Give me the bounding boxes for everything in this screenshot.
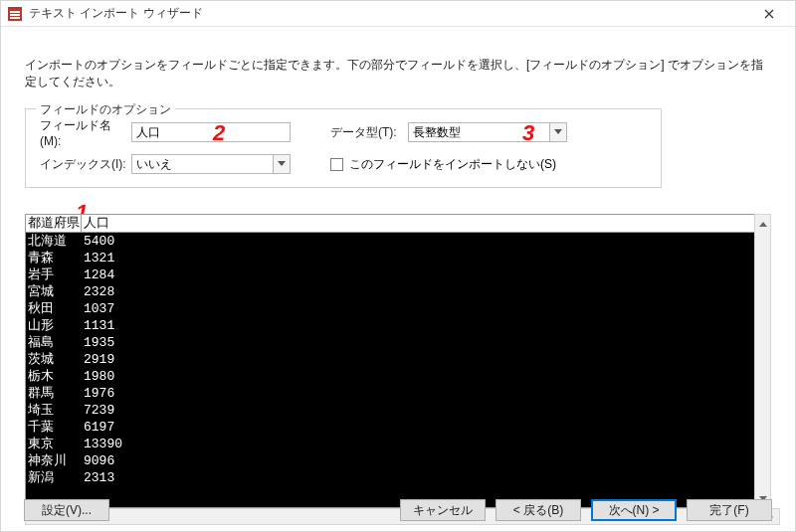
index-combo[interactable]: いいえ bbox=[131, 154, 291, 174]
table-row[interactable]: 北海道5400 bbox=[26, 233, 761, 250]
table-row[interactable]: 山形1131 bbox=[26, 317, 761, 334]
cell-pref: 埼玉 bbox=[26, 402, 82, 419]
cell-pop: 9096 bbox=[82, 452, 761, 469]
table-row[interactable]: 岩手1284 bbox=[26, 266, 761, 283]
index-label: インデックス(I): bbox=[40, 156, 131, 173]
cell-pref: 新潟 bbox=[26, 469, 82, 486]
cell-pop: 6197 bbox=[82, 419, 761, 436]
skip-import-checkbox[interactable] bbox=[330, 158, 343, 171]
preview-area: 都道府県 人口 北海道5400青森1321岩手1284宮城2328秋田1037山… bbox=[25, 214, 771, 525]
window-title: テキスト インポート ウィザード bbox=[29, 5, 203, 22]
cell-pref: 群馬 bbox=[26, 385, 82, 402]
next-button[interactable]: 次へ(N) > bbox=[591, 499, 677, 521]
settings-button[interactable]: 設定(V)... bbox=[24, 499, 109, 521]
cell-pop: 5400 bbox=[82, 233, 761, 250]
data-type-label: データ型(T): bbox=[330, 124, 408, 141]
cell-pop: 7239 bbox=[82, 402, 761, 419]
index-value: いいえ bbox=[136, 156, 172, 173]
preview-header-col1[interactable]: 都道府県 bbox=[26, 215, 82, 232]
svg-rect-4 bbox=[10, 16, 20, 17]
data-type-value: 長整数型 bbox=[413, 124, 461, 141]
preview-header-col2[interactable]: 人口 bbox=[82, 215, 761, 232]
back-button[interactable]: < 戻る(B) bbox=[496, 499, 581, 521]
svg-rect-2 bbox=[10, 9, 20, 11]
cell-pref: 北海道 bbox=[26, 233, 82, 250]
chevron-down-icon bbox=[549, 123, 566, 141]
table-row[interactable]: 埼玉7239 bbox=[26, 402, 761, 419]
skip-import-label: このフィールドをインポートしない(S) bbox=[349, 156, 556, 173]
cell-pop: 1935 bbox=[82, 334, 761, 351]
app-icon bbox=[7, 6, 23, 22]
table-row[interactable]: 群馬1976 bbox=[26, 385, 761, 402]
table-row[interactable]: 秋田1037 bbox=[26, 300, 761, 317]
field-name-label: フィールド名(M): bbox=[40, 117, 131, 148]
scroll-up-icon[interactable] bbox=[755, 215, 770, 232]
table-row[interactable]: 栃木1980 bbox=[26, 368, 761, 385]
cell-pop: 2919 bbox=[82, 351, 761, 368]
cell-pref: 山形 bbox=[26, 317, 82, 334]
cell-pref: 宮城 bbox=[26, 283, 82, 300]
button-row: 設定(V)... キャンセル < 戻る(B) 次へ(N) > 完了(F) bbox=[24, 496, 772, 524]
titlebar: テキスト インポート ウィザード bbox=[1, 1, 795, 27]
close-icon bbox=[764, 9, 774, 19]
cell-pref: 福島 bbox=[26, 334, 82, 351]
data-type-combo[interactable]: 長整数型 bbox=[408, 122, 567, 142]
cell-pop: 1284 bbox=[82, 266, 761, 283]
cell-pop: 2328 bbox=[82, 283, 761, 300]
table-row[interactable]: 神奈川9096 bbox=[26, 452, 761, 469]
vertical-scrollbar[interactable] bbox=[754, 214, 771, 508]
cell-pop: 1976 bbox=[82, 385, 761, 402]
close-button[interactable] bbox=[747, 2, 791, 26]
cell-pref: 茨城 bbox=[26, 351, 82, 368]
cell-pop: 1131 bbox=[82, 317, 761, 334]
cell-pref: 東京 bbox=[26, 436, 82, 452]
cell-pref: 千葉 bbox=[26, 419, 82, 436]
field-options-legend: フィールドのオプション bbox=[36, 101, 175, 118]
table-row[interactable]: 茨城2919 bbox=[26, 351, 761, 368]
cell-pref: 秋田 bbox=[26, 300, 82, 317]
table-row[interactable]: 福島1935 bbox=[26, 334, 761, 351]
cell-pop: 1037 bbox=[82, 300, 761, 317]
svg-rect-3 bbox=[10, 13, 20, 14]
field-name-input[interactable]: 人口 bbox=[131, 122, 291, 142]
import-wizard-window: テキスト インポート ウィザード インポートのオプションをフィールドごとに指定で… bbox=[0, 0, 796, 532]
table-row[interactable]: 宮城2328 bbox=[26, 283, 761, 300]
cell-pref: 岩手 bbox=[26, 266, 82, 283]
table-row[interactable]: 千葉6197 bbox=[26, 419, 761, 436]
table-row[interactable]: 青森1321 bbox=[26, 250, 761, 266]
cell-pop: 1980 bbox=[82, 368, 761, 385]
cell-pop: 2313 bbox=[82, 469, 761, 486]
cancel-button[interactable]: キャンセル bbox=[400, 499, 486, 521]
table-row[interactable]: 東京13390 bbox=[26, 436, 761, 452]
dialog-body: インポートのオプションをフィールドごとに指定できます。下の部分でフィールドを選択… bbox=[1, 27, 795, 525]
finish-button[interactable]: 完了(F) bbox=[687, 499, 772, 521]
table-row[interactable]: 新潟2313 bbox=[26, 469, 761, 486]
chevron-down-icon bbox=[273, 155, 290, 173]
cell-pref: 神奈川 bbox=[26, 452, 82, 469]
preview-header-row: 都道府県 人口 bbox=[26, 215, 761, 233]
cell-pop: 13390 bbox=[82, 436, 761, 452]
cell-pref: 栃木 bbox=[26, 368, 82, 385]
cell-pref: 青森 bbox=[26, 250, 82, 266]
field-options-group: フィールドのオプション フィールド名(M): 人口 データ型(T): 長整数型 … bbox=[25, 108, 662, 188]
instruction-text: インポートのオプションをフィールドごとに指定できます。下の部分でフィールドを選択… bbox=[25, 57, 771, 90]
preview-grid[interactable]: 都道府県 人口 北海道5400青森1321岩手1284宮城2328秋田1037山… bbox=[25, 214, 762, 508]
cell-pop: 1321 bbox=[82, 250, 761, 266]
field-name-value: 人口 bbox=[136, 124, 160, 141]
